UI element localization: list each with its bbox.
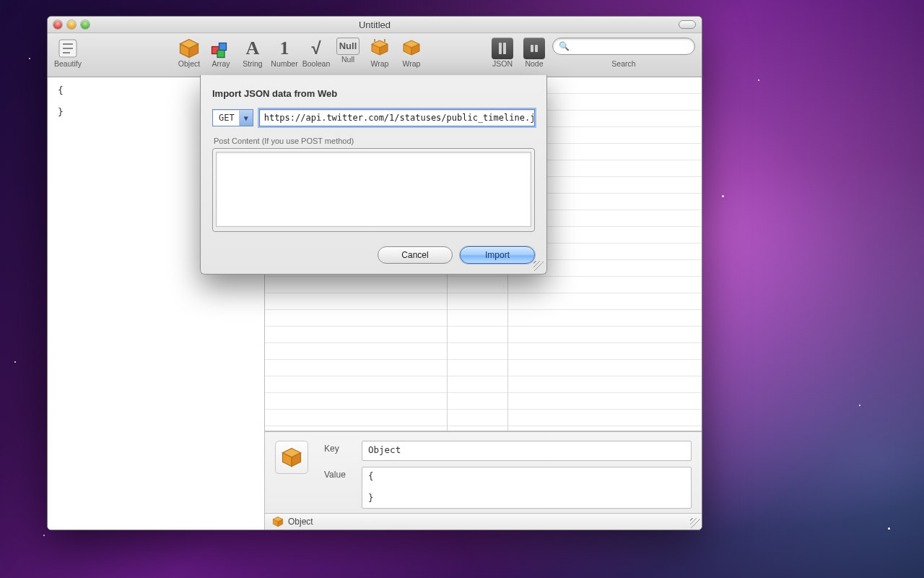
boolean-icon: √ (305, 38, 327, 59)
status-type-label: Object (288, 517, 313, 527)
object-icon (178, 38, 200, 59)
toolbar: Beautify Object Array A String 1 Number … (48, 33, 702, 77)
wrap-array-icon (401, 38, 422, 59)
svg-rect-8 (219, 43, 227, 51)
close-button[interactable] (53, 20, 62, 29)
view-node-icon (523, 38, 545, 59)
zoom-button[interactable] (81, 20, 90, 29)
status-bar: Object (265, 513, 702, 530)
toolbar-toggle-pill[interactable] (679, 20, 696, 29)
status-type-icon (272, 516, 284, 527)
type-string-label: String (243, 59, 262, 68)
http-method-value: GET (213, 110, 240, 126)
key-field[interactable]: Object (362, 441, 692, 461)
node-inspector: Key Object Value { } (265, 431, 702, 513)
svg-rect-9 (217, 51, 225, 58)
type-null-label: Null (341, 55, 354, 64)
value-label: Value (324, 467, 356, 480)
key-label: Key (324, 441, 356, 454)
minimize-button[interactable] (67, 20, 76, 29)
url-input[interactable]: https://api.twitter.com/1/statuses/publi… (259, 109, 535, 126)
type-object-button[interactable]: Object (175, 35, 204, 68)
view-json-icon (492, 38, 513, 59)
type-number-label: Number (271, 59, 297, 68)
type-array-button[interactable]: Array (206, 35, 235, 68)
wrap-object-icon (369, 38, 391, 59)
null-icon: Null (336, 38, 359, 55)
cancel-button[interactable]: Cancel (378, 246, 453, 264)
view-node-button[interactable]: Node (520, 35, 549, 68)
wrap-object-label: Wrap (371, 59, 389, 68)
import-json-dialog: Import JSON data from Web GET ▼ https://… (200, 75, 547, 275)
post-content-textarea[interactable] (216, 152, 531, 227)
wrap-object-button[interactable]: Wrap (365, 35, 394, 68)
search-icon: 🔍 (559, 41, 570, 51)
titlebar[interactable]: Untitled (48, 17, 702, 33)
http-method-select[interactable]: GET ▼ (212, 109, 253, 126)
type-object-label: Object (178, 59, 200, 68)
wrap-array-label: Wrap (403, 59, 421, 68)
dialog-resize-grip[interactable] (533, 261, 544, 271)
type-null-button[interactable]: Null Null (334, 35, 362, 64)
import-button[interactable]: Import (460, 246, 535, 264)
type-string-button[interactable]: A String (238, 35, 267, 68)
number-icon: 1 (274, 38, 295, 59)
string-icon: A (242, 38, 263, 59)
wrap-array-button[interactable]: Wrap (397, 35, 426, 68)
type-boolean-label: Boolean (302, 59, 331, 68)
beautify-icon (57, 38, 79, 59)
window-title: Untitled (48, 20, 702, 30)
array-icon (210, 38, 232, 59)
type-boolean-button[interactable]: √ Boolean (302, 35, 331, 68)
type-number-button[interactable]: 1 Number (270, 35, 299, 68)
view-json-label: JSON (492, 59, 513, 68)
post-content-label: Post Content (If you use POST method) (214, 137, 535, 145)
node-type-icon (275, 441, 308, 474)
value-field[interactable]: { } (362, 467, 692, 509)
type-array-label: Array (212, 59, 230, 68)
chevron-down-icon: ▼ (240, 110, 253, 126)
search-label: Search (611, 59, 635, 68)
search-input[interactable]: 🔍 (552, 38, 695, 55)
view-json-button[interactable]: JSON (488, 35, 517, 68)
resize-grip[interactable] (690, 518, 700, 528)
view-node-label: Node (525, 59, 543, 68)
beautify-button[interactable]: Beautify (53, 35, 82, 68)
beautify-label: Beautify (54, 59, 82, 68)
search-field[interactable] (572, 40, 689, 52)
dialog-title: Import JSON data from Web (212, 88, 535, 99)
